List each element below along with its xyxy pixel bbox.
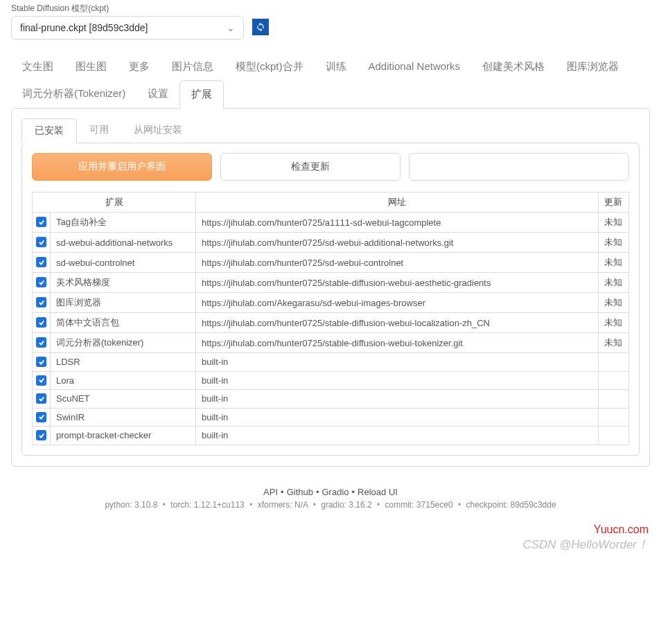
ext-url: https://jihulab.com/Akegarasu/sd-webui-i… [196, 293, 599, 313]
checkbox[interactable] [36, 375, 46, 386]
header-update: 更新 [599, 193, 629, 213]
ext-update: 未知 [599, 313, 629, 333]
tab-训练[interactable]: 训练 [315, 53, 358, 80]
tab-创建美术风格[interactable]: 创建美术风格 [471, 53, 556, 80]
tab-设置[interactable]: 设置 [136, 80, 179, 109]
ext-url: https://jihulab.com/hunter0725/stable-di… [196, 313, 599, 333]
extensions-table: 扩展 网址 更新 Tag自动补全https://jihulab.com/hunt… [32, 192, 629, 445]
ext-name: 简体中文语言包 [51, 313, 196, 333]
checkbox[interactable] [36, 217, 46, 227]
search-input[interactable] [409, 153, 629, 181]
ext-name: 美术风格梯度 [51, 273, 196, 293]
ext-name: ScuNET [51, 390, 196, 409]
ext-name: LDSR [51, 353, 196, 372]
tab-更多[interactable]: 更多 [118, 53, 161, 80]
table-row: LDSRbuilt-in [33, 353, 629, 372]
table-row: SwinIRbuilt-in [33, 408, 629, 427]
checkbox[interactable] [36, 257, 46, 267]
tab-词元分析器(Tokenizer)[interactable]: 词元分析器(Tokenizer) [11, 80, 136, 109]
ext-url: https://jihulab.com/hunter0725/a1111-sd-… [196, 213, 599, 233]
ext-update: 未知 [599, 253, 629, 273]
table-row: ScuNETbuilt-in [33, 390, 629, 409]
table-row: Lorabuilt-in [33, 371, 629, 390]
ext-url: built-in [196, 390, 599, 409]
chevron-down-icon: ⌄ [227, 22, 235, 33]
tab-图库浏览器[interactable]: 图库浏览器 [556, 53, 630, 80]
ext-update [599, 353, 629, 372]
ext-update: 未知 [599, 213, 629, 233]
model-select[interactable]: final-prune.ckpt [89d59c3dde] ⌄ [11, 16, 244, 39]
footer-links: API•Github•Gradio•Reload UI [0, 487, 661, 497]
ext-url: built-in [196, 371, 599, 390]
checkbox[interactable] [36, 337, 46, 348]
model-value: final-prune.ckpt [89d59c3dde] [20, 22, 148, 33]
ext-name: 词元分析器(tokenizer) [51, 333, 196, 353]
ext-update [599, 408, 629, 427]
ext-url: https://jihulab.com/hunter0725/sd-webui-… [196, 253, 599, 273]
ext-update [599, 371, 629, 390]
table-row: 美术风格梯度https://jihulab.com/hunter0725/sta… [33, 273, 629, 293]
table-row: 图库浏览器https://jihulab.com/Akegarasu/sd-we… [33, 293, 629, 313]
refresh-icon [256, 22, 265, 32]
checkbox[interactable] [36, 277, 46, 287]
sub-tab-已安装[interactable]: 已安装 [21, 118, 77, 143]
ext-update: 未知 [599, 333, 629, 353]
refresh-button[interactable] [252, 19, 269, 35]
checkbox[interactable] [36, 237, 46, 247]
ext-url: https://jihulab.com/hunter0725/stable-di… [196, 273, 599, 293]
table-row: sd-webui-additional-networkshttps://jihu… [33, 233, 629, 253]
ext-name: SwinIR [51, 408, 196, 427]
ext-url: built-in [196, 408, 599, 427]
tab-扩展[interactable]: 扩展 [179, 80, 224, 109]
ext-name: sd-webui-controlnet [51, 253, 196, 273]
table-row: 词元分析器(tokenizer)https://jihulab.com/hunt… [33, 333, 629, 353]
ext-update [599, 390, 629, 409]
table-row: prompt-bracket-checkerbuilt-in [33, 427, 629, 445]
tab-模型(ckpt)合并[interactable]: 模型(ckpt)合并 [224, 53, 315, 80]
checkbox[interactable] [36, 317, 46, 328]
ext-name: sd-webui-additional-networks [51, 233, 196, 253]
tab-图生图[interactable]: 图生图 [64, 53, 118, 80]
checkbox[interactable] [36, 393, 46, 404]
table-row: 简体中文语言包https://jihulab.com/hunter0725/st… [33, 313, 629, 333]
table-header-row: 扩展 网址 更新 [33, 193, 629, 213]
tab-文生图[interactable]: 文生图 [11, 53, 64, 80]
footer-meta: python: 3.10.8 • torch: 1.12.1+cu113 • x… [0, 500, 661, 510]
watermark-author: CSDN @HelloWorder！ [522, 537, 649, 553]
tab-图片信息[interactable]: 图片信息 [161, 53, 224, 80]
watermark-site: Yuucn.com [594, 524, 649, 536]
ext-name: prompt-bracket-checker [51, 427, 196, 445]
ext-url: https://jihulab.com/hunter0725/sd-webui-… [196, 233, 599, 253]
ext-update: 未知 [599, 233, 629, 253]
table-row: sd-webui-controlnethttps://jihulab.com/h… [33, 253, 629, 273]
header-url: 网址 [196, 193, 599, 213]
ext-name: Lora [51, 371, 196, 390]
footer-link-reload-ui[interactable]: Reload UI [358, 487, 398, 497]
ext-update: 未知 [599, 273, 629, 293]
tab-Additional Networks[interactable]: Additional Networks [358, 53, 472, 80]
sub-tab-可用[interactable]: 可用 [77, 118, 121, 143]
ext-name: Tag自动补全 [51, 213, 196, 233]
footer-link-github[interactable]: Github [287, 487, 313, 497]
table-row: Tag自动补全https://jihulab.com/hunter0725/a1… [33, 213, 629, 233]
checkbox[interactable] [36, 430, 46, 440]
checkbox[interactable] [36, 412, 46, 422]
header-ext: 扩展 [33, 193, 196, 213]
ext-update: 未知 [599, 293, 629, 313]
ext-name: 图库浏览器 [51, 293, 196, 313]
checkbox[interactable] [36, 297, 46, 307]
ext-update [599, 427, 629, 445]
ext-url: https://jihulab.com/hunter0725/stable-di… [196, 333, 599, 353]
ext-url: built-in [196, 353, 599, 372]
model-label: Stable Diffusion 模型(ckpt) [11, 3, 244, 15]
check-updates-button[interactable]: 检查更新 [220, 153, 400, 181]
apply-restart-button[interactable]: 应用并重启用户界面 [32, 153, 212, 181]
sub-tab-从网址安装[interactable]: 从网址安装 [121, 118, 195, 143]
ext-url: built-in [196, 427, 599, 445]
footer-link-gradio[interactable]: Gradio [322, 487, 349, 497]
footer-link-api[interactable]: API [263, 487, 278, 497]
checkbox[interactable] [36, 357, 46, 367]
